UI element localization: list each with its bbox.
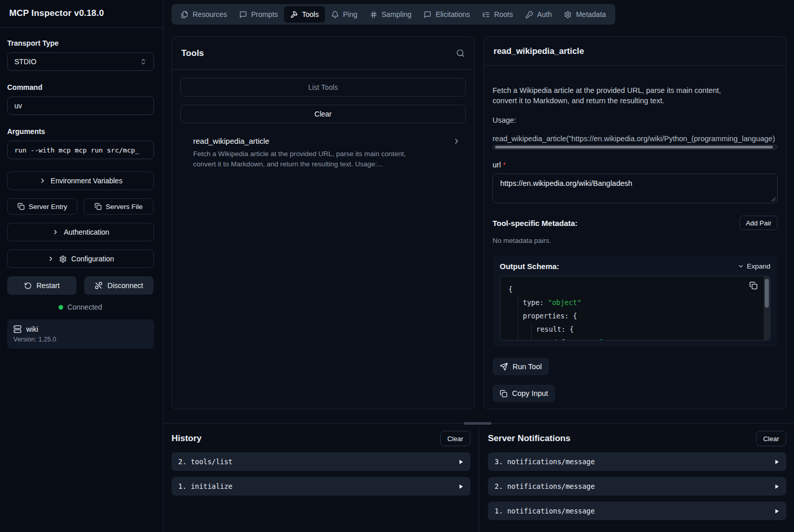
expand-schema-button[interactable]: Expand xyxy=(738,262,770,270)
url-input[interactable]: https://en.wikipedia.org/wiki/Bangladesh xyxy=(493,174,778,203)
copy-schema-icon[interactable] xyxy=(749,281,758,290)
schema-vertical-scrollbar[interactable] xyxy=(764,276,770,340)
vertical-divider xyxy=(479,426,479,532)
tool-name: read_wikipedia_article xyxy=(193,137,269,145)
restart-icon xyxy=(24,282,32,290)
chevron-right-icon xyxy=(452,137,461,145)
disconnect-icon xyxy=(94,281,103,290)
required-asterisk: * xyxy=(503,161,506,169)
tab-elicitations[interactable]: Elicitations xyxy=(418,6,476,23)
metadata-label: Tool-specific Metadata: xyxy=(493,219,578,227)
history-title: History xyxy=(172,433,202,444)
tab-tools[interactable]: Tools xyxy=(284,6,325,23)
copy-icon xyxy=(17,203,25,210)
copy-icon xyxy=(500,390,507,397)
connection-status: Connected xyxy=(7,303,154,311)
tab-roots[interactable]: Roots xyxy=(476,6,519,23)
chevron-down-icon xyxy=(738,263,744,270)
arguments-input[interactable]: run --with mcp mcp run src/mcp_ xyxy=(7,141,154,159)
server-name: wiki xyxy=(26,325,38,333)
run-tool-button[interactable]: Run Tool xyxy=(493,358,549,375)
transport-type-label: Transport Type xyxy=(7,39,154,47)
server-icon xyxy=(13,325,22,333)
clear-tools-button[interactable]: Clear xyxy=(180,105,466,123)
list-tools-button[interactable]: List Tools xyxy=(180,78,466,97)
indent-guide xyxy=(518,296,518,340)
hash-icon xyxy=(370,11,377,18)
server-notifications-panel: Server Notifications Clear 3. notificati… xyxy=(488,431,786,520)
play-icon xyxy=(458,484,464,489)
notification-item[interactable]: 2. notifications/message xyxy=(488,477,786,496)
hammer-icon xyxy=(290,11,298,18)
chevron-right-icon xyxy=(39,177,46,184)
send-icon xyxy=(500,363,508,371)
notification-item[interactable]: 3. notifications/message xyxy=(488,452,786,471)
tool-description: Fetch a Wikipedia article at the provide… xyxy=(193,149,428,170)
usage-horizontal-scrollbar[interactable] xyxy=(493,145,778,149)
play-icon xyxy=(774,484,780,489)
bell-icon xyxy=(331,11,339,18)
scrollbar-thumb[interactable] xyxy=(765,279,769,308)
chevron-right-icon xyxy=(52,229,59,236)
arguments-label: Arguments xyxy=(7,127,154,136)
tools-panel-title: Tools xyxy=(181,48,204,59)
server-entry-button[interactable]: Server Entry xyxy=(7,198,78,215)
gear-icon xyxy=(564,11,572,18)
tab-ping[interactable]: Ping xyxy=(325,6,364,23)
play-icon xyxy=(774,459,780,465)
command-label: Command xyxy=(7,83,154,91)
schema-code-block: { type: "object" properties: { result: {… xyxy=(500,276,770,340)
key-icon xyxy=(525,11,533,18)
files-icon xyxy=(181,11,188,18)
search-icon[interactable] xyxy=(456,49,465,58)
tool-list-item[interactable]: read_wikipedia_article Fetch a Wikipedia… xyxy=(180,131,466,175)
play-icon xyxy=(458,459,464,465)
chevrons-up-down-icon xyxy=(140,58,147,65)
status-dot xyxy=(59,305,63,310)
configuration-button[interactable]: Configuration xyxy=(7,250,154,268)
sidebar-header: MCP Inspector v0.18.0 xyxy=(0,0,163,28)
tab-auth[interactable]: Auth xyxy=(519,6,558,23)
app-title: MCP Inspector v0.18.0 xyxy=(9,8,154,18)
resize-handle[interactable] xyxy=(770,196,776,201)
copy-icon xyxy=(94,203,102,210)
server-info-card: wiki Version: 1.25.0 xyxy=(7,319,154,349)
transport-select[interactable]: STDIO xyxy=(7,52,154,71)
detail-title: read_wikipedia_article xyxy=(494,46,584,56)
play-icon xyxy=(774,508,780,514)
copy-input-button[interactable]: Copy Input xyxy=(493,385,555,402)
history-item[interactable]: 2. tools/list xyxy=(172,452,470,471)
tab-resources[interactable]: Resources xyxy=(175,6,233,23)
message-square-icon xyxy=(424,11,431,18)
tab-metadata[interactable]: Metadata xyxy=(558,6,612,23)
command-input[interactable]: uv xyxy=(7,97,154,115)
output-schema-title: Output Schema: xyxy=(500,262,559,271)
url-field-label: url xyxy=(493,161,501,169)
main-nav: Resources Prompts Tools Ping Sampling El… xyxy=(172,4,615,25)
tool-detail-panel: read_wikipedia_article Fetch a Wikipedia… xyxy=(484,36,786,409)
clear-history-button[interactable]: Clear xyxy=(440,431,470,446)
transport-select-value: STDIO xyxy=(14,58,36,66)
panel-resize-handle[interactable] xyxy=(464,422,491,425)
server-version: Version: 1.25.0 xyxy=(13,336,148,343)
usage-label: Usage: xyxy=(493,116,778,124)
message-square-icon xyxy=(239,11,247,18)
disconnect-button[interactable]: Disconnect xyxy=(84,276,154,295)
notification-item[interactable]: 1. notifications/message xyxy=(488,502,786,520)
environment-variables-button[interactable]: Environment Variables xyxy=(7,172,154,190)
tools-panel: Tools List Tools Clear read_wikipedia_ar… xyxy=(172,36,475,409)
servers-file-button[interactable]: Servers File xyxy=(84,198,154,215)
list-tree-icon xyxy=(482,11,490,18)
no-metadata-text: No metadata pairs. xyxy=(493,237,778,244)
output-schema-card: Output Schema: Expand { type: "object" p… xyxy=(493,256,778,347)
authentication-button[interactable]: Authentication xyxy=(7,223,154,241)
scrollbar-thumb[interactable] xyxy=(495,146,773,148)
add-pair-button[interactable]: Add Pair xyxy=(740,216,778,230)
indent-guide xyxy=(531,322,532,340)
history-item[interactable]: 1. initialize xyxy=(172,477,470,496)
restart-button[interactable]: Restart xyxy=(7,276,77,295)
clear-notifications-button[interactable]: Clear xyxy=(756,431,786,446)
tab-prompts[interactable]: Prompts xyxy=(233,6,284,23)
tab-sampling[interactable]: Sampling xyxy=(364,6,418,23)
notifications-title: Server Notifications xyxy=(488,433,571,444)
